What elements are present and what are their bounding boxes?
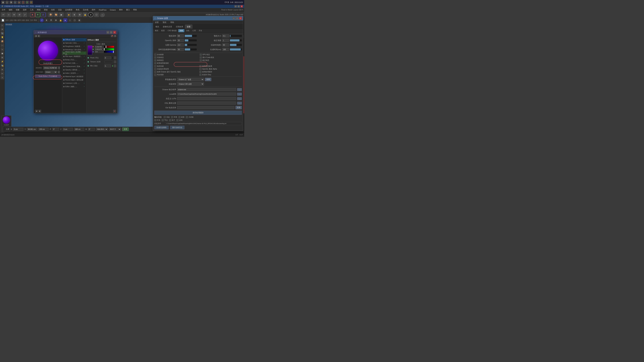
render-cache-checkbox[interactable] xyxy=(200,71,202,73)
oct-stop-btn[interactable]: R xyxy=(49,18,53,22)
r-input[interactable] xyxy=(95,45,104,48)
sidebar-effector[interactable]: ⚡ xyxy=(0,60,4,63)
b-input[interactable] xyxy=(95,51,104,53)
oct-menu-select[interactable]: 选项 xyxy=(26,19,29,21)
mat-close-btn[interactable]: ✕ xyxy=(113,31,116,34)
log-render-checkbox[interactable] xyxy=(164,116,166,118)
sidebar-spline[interactable]: ∿ xyxy=(0,48,4,51)
octane-exe-input[interactable] xyxy=(177,88,236,91)
prop-editor[interactable]: Editor | 编辑...... ✓ xyxy=(62,85,86,88)
float-prop-slider[interactable] xyxy=(112,57,113,59)
gamma-input[interactable] xyxy=(177,43,184,46)
oct-tab-overview[interactable]: 概览 xyxy=(154,25,161,29)
windows-icon[interactable]: ⊞ xyxy=(1,1,5,4)
menu-octane[interactable]: Octane xyxy=(109,8,116,11)
prop-common[interactable]: Common | 公用...... ✓ xyxy=(62,82,86,85)
oct-tab-settings[interactable]: 设置 xyxy=(185,25,192,29)
log-light-checkbox[interactable] xyxy=(154,119,156,121)
coord-z2-input[interactable] xyxy=(74,128,84,131)
realtime-input[interactable] xyxy=(177,48,184,51)
gen-log-btn[interactable]: 生成日志报告 xyxy=(154,126,169,129)
oct-close-btn[interactable]: ✕ xyxy=(239,17,242,19)
menu-help[interactable]: 帮助 xyxy=(132,8,138,11)
minimize-button[interactable]: ─ xyxy=(234,5,237,7)
oct-lock-btn[interactable]: 🔒 xyxy=(58,18,62,22)
check-state-check[interactable]: 校正状态 xyxy=(200,59,242,61)
prop-specular[interactable]: Specular | 高光...... ✓ xyxy=(62,41,86,45)
oct-maximize-btn[interactable]: □ xyxy=(236,17,238,19)
oct-mode4-btn[interactable]: ⊞ xyxy=(77,18,81,22)
render-cache-check[interactable]: 使用纹理缓存 xyxy=(200,71,242,73)
menu-mesh[interactable]: 网格 xyxy=(36,8,41,11)
coord-x-input[interactable] xyxy=(13,128,23,131)
oct-menu-object[interactable]: 对象 xyxy=(14,19,17,21)
share-textures-check[interactable]: 渲染纹共享纹理 xyxy=(154,68,197,70)
brdf-select[interactable]: Octane xyxy=(45,70,57,73)
toolbar-move[interactable]: ✛ xyxy=(12,12,16,17)
panel-color-select[interactable]: Octane 出厂设置 xyxy=(177,78,204,81)
send-otoy-check[interactable]: 发送到 Otoy xyxy=(200,73,242,76)
prop-normal[interactable]: Normal | 法线...... ✓ xyxy=(62,61,86,65)
custom-luts-browse[interactable]: … xyxy=(237,97,242,100)
log-particle-checkbox[interactable] xyxy=(169,119,171,121)
log-light-check[interactable]: 灯光 xyxy=(154,119,160,121)
toolbar-renderpause[interactable]: ⏸ xyxy=(72,12,77,17)
task-view-icon[interactable]: ⧉ xyxy=(10,1,13,4)
log-motion-checkbox[interactable] xyxy=(176,119,178,121)
keep-state-checkbox[interactable] xyxy=(154,59,156,61)
localdb-browse[interactable]: … xyxy=(237,93,242,95)
toolbar-renderlock[interactable]: 🔒 xyxy=(83,12,88,17)
osl-package-input[interactable] xyxy=(177,106,234,109)
sidebar-select[interactable]: ⊹ xyxy=(0,23,4,27)
sidebar-move[interactable]: ✛ xyxy=(0,27,4,31)
sidebar-sketch[interactable]: ✏ xyxy=(0,72,4,75)
menu-window[interactable]: 窗口 xyxy=(126,8,130,11)
mat-prev-btn[interactable]: ◀ xyxy=(35,110,38,112)
toolbar-rotate[interactable]: ↺ xyxy=(17,12,22,17)
prop-bump[interactable]: Bump | 凹凸...... ✓ xyxy=(62,58,86,61)
toolbar-undo[interactable]: ↩ xyxy=(1,12,6,17)
log-node-checkbox[interactable] xyxy=(162,119,164,121)
render-time-slider[interactable] xyxy=(230,44,242,46)
sidebar-camera[interactable]: 📷 xyxy=(0,31,4,35)
log-particle-check[interactable]: 粒子 xyxy=(169,119,175,121)
log-mat-check[interactable]: 材质 xyxy=(178,116,184,118)
sync-update-checkbox[interactable] xyxy=(154,74,156,76)
edge-icon[interactable]: e xyxy=(14,1,17,4)
prop-diffuse[interactable]: Diffuse | 漫射 ✓ xyxy=(62,38,86,41)
oct-subtab-light[interactable]: 光线 xyxy=(178,29,184,32)
log-geo-checkbox[interactable] xyxy=(186,116,188,118)
log-motion-check[interactable]: 运动 xyxy=(176,119,182,121)
sidebar-character[interactable]: 🎭 xyxy=(0,64,4,67)
toolbar-anim[interactable]: ▶ xyxy=(59,12,64,17)
toolbar-obj[interactable]: 📦 xyxy=(48,12,53,17)
mat-minimize-btn[interactable]: ─ xyxy=(106,31,109,34)
sidebar-dynamics[interactable]: ⚛ xyxy=(0,76,4,79)
auto-refresh-checkbox[interactable] xyxy=(154,54,156,56)
realtime-slider[interactable] xyxy=(185,48,197,50)
prop-round[interactable]: Round edges | 圆角边缘 xyxy=(62,78,86,82)
mat-type-arrow[interactable]: ▼ xyxy=(58,66,60,69)
use-visual-check[interactable]: 使用视觉效果 xyxy=(200,65,242,67)
menu-file[interactable]: 文件 xyxy=(1,8,6,11)
gen-time-slider[interactable] xyxy=(230,48,242,50)
g-input[interactable] xyxy=(95,48,104,50)
oct-menu-material[interactable]: 材球 xyxy=(18,19,21,21)
brdf-arrow[interactable]: ▼ xyxy=(58,70,60,73)
menu-mograph[interactable]: 运动图形 xyxy=(64,8,73,11)
toolbar-select[interactable]: ⊹ xyxy=(6,12,11,17)
mat-maximize-btn[interactable]: □ xyxy=(110,31,112,34)
menu-edit[interactable]: 编辑 xyxy=(8,8,13,11)
node-editor-btn[interactable]: Node Editor | 节点编辑器 xyxy=(35,74,61,78)
menu-script[interactable]: 脚本 xyxy=(118,8,124,11)
gpu-state-check[interactable]: GPU 状态 xyxy=(200,53,242,56)
oct-minimize-btn[interactable]: ─ xyxy=(232,17,235,19)
mat-tb-1[interactable]: ◀ xyxy=(35,35,37,37)
asset-thumbnail[interactable] xyxy=(3,116,10,124)
menu-animate[interactable]: 动画 xyxy=(50,8,55,11)
menu-select[interactable]: 选择 xyxy=(22,8,27,11)
menu-tools[interactable]: 工具 xyxy=(29,8,34,11)
osl-package-apply[interactable]: 应用 xyxy=(236,106,242,109)
material-multi-checkbox[interactable] xyxy=(154,62,156,64)
opengl-alpha-check[interactable]: OpenGL 预览 Alpha xyxy=(200,68,242,70)
